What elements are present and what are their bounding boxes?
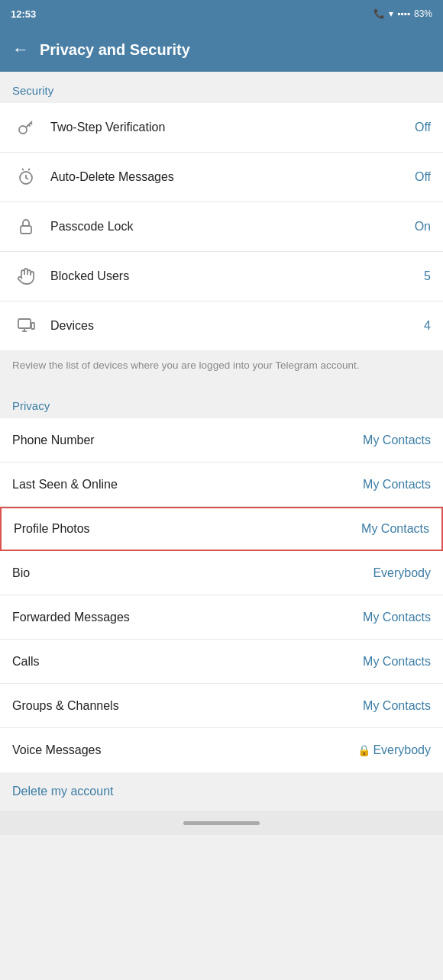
auto-delete-label: Auto-Delete Messages	[50, 170, 409, 184]
phone-number-item[interactable]: Phone Number My Contacts	[0, 418, 443, 463]
devices-value: 4	[424, 319, 431, 333]
privacy-settings-list: Phone Number My Contacts Last Seen & Onl…	[0, 418, 443, 772]
groups-channels-value: My Contacts	[363, 699, 431, 713]
forwarded-messages-label: Forwarded Messages	[12, 611, 363, 624]
back-button[interactable]: ←	[12, 40, 29, 60]
status-right: 📞 ▾ ▪▪▪▪ 83%	[373, 8, 432, 19]
voice-messages-item[interactable]: Voice Messages Everybody	[0, 728, 443, 772]
auto-delete-value: Off	[415, 170, 431, 184]
forwarded-messages-item[interactable]: Forwarded Messages My Contacts	[0, 595, 443, 640]
passcode-lock-item[interactable]: Passcode Lock On	[0, 202, 443, 252]
page-title: Privacy and Security	[40, 41, 190, 59]
profile-photos-label: Profile Photos	[14, 522, 361, 536]
two-step-label: Two-Step Verification	[50, 121, 409, 134]
svg-line-6	[28, 169, 30, 170]
bio-label: Bio	[12, 566, 373, 580]
svg-line-2	[31, 123, 32, 124]
bottom-bar	[0, 811, 443, 835]
delete-section: Delete my account	[0, 772, 443, 811]
call-icon: 📞	[373, 8, 385, 19]
passcode-lock-label: Passcode Lock	[50, 220, 409, 234]
key-icon	[12, 114, 40, 141]
svg-line-5	[22, 169, 24, 170]
bio-value: Everybody	[373, 566, 431, 580]
svg-point-0	[19, 126, 27, 134]
profile-photos-value: My Contacts	[361, 522, 429, 536]
forwarded-messages-value: My Contacts	[363, 611, 431, 624]
phone-number-value: My Contacts	[363, 434, 431, 447]
blocked-users-value: 5	[424, 269, 431, 283]
signal-icon: ▪▪▪▪	[397, 8, 410, 19]
battery-text: 83%	[414, 8, 432, 19]
blocked-users-label: Blocked Users	[50, 269, 418, 283]
two-step-verification-item[interactable]: Two-Step Verification Off	[0, 103, 443, 153]
voice-messages-value: Everybody	[357, 743, 431, 757]
svg-rect-8	[18, 319, 31, 328]
groups-channels-label: Groups & Channels	[12, 699, 363, 713]
last-seen-label: Last Seen & Online	[12, 478, 363, 492]
voice-messages-label: Voice Messages	[12, 743, 357, 757]
profile-photos-item[interactable]: Profile Photos My Contacts	[0, 507, 443, 551]
security-settings-list: Two-Step Verification Off Auto-Delete Me…	[0, 103, 443, 350]
last-seen-item[interactable]: Last Seen & Online My Contacts	[0, 463, 443, 507]
status-bar: 12:53 📞 ▾ ▪▪▪▪ 83%	[0, 0, 443, 27]
auto-delete-item[interactable]: Auto-Delete Messages Off	[0, 153, 443, 202]
passcode-lock-value: On	[415, 220, 431, 234]
clock-icon	[12, 163, 40, 191]
phone-number-label: Phone Number	[12, 434, 363, 447]
calls-item[interactable]: Calls My Contacts	[0, 640, 443, 684]
wifi-icon: ▾	[389, 8, 393, 19]
content-area: Security Two-Step Verification Off	[0, 72, 443, 811]
status-time: 12:53	[11, 8, 36, 20]
groups-channels-item[interactable]: Groups & Channels My Contacts	[0, 684, 443, 728]
svg-line-3	[29, 125, 31, 127]
security-section-header: Security	[0, 72, 443, 103]
svg-rect-7	[21, 226, 31, 234]
devices-item[interactable]: Devices 4	[0, 301, 443, 350]
last-seen-value: My Contacts	[363, 478, 431, 492]
two-step-value: Off	[415, 121, 431, 134]
calls-value: My Contacts	[363, 655, 431, 669]
blocked-users-item[interactable]: Blocked Users 5	[0, 252, 443, 301]
lock-icon	[12, 213, 40, 240]
monitor-icon	[12, 312, 40, 340]
privacy-section-header: Privacy	[0, 387, 443, 418]
svg-rect-11	[31, 323, 34, 329]
devices-note: Review the list of devices where you are…	[0, 350, 443, 387]
calls-label: Calls	[12, 655, 363, 669]
home-indicator	[183, 821, 260, 825]
hand-icon	[12, 263, 40, 290]
app-header: ← Privacy and Security	[0, 27, 443, 72]
devices-label: Devices	[50, 319, 418, 333]
delete-account-button[interactable]: Delete my account	[12, 785, 114, 798]
bio-item[interactable]: Bio Everybody	[0, 551, 443, 595]
